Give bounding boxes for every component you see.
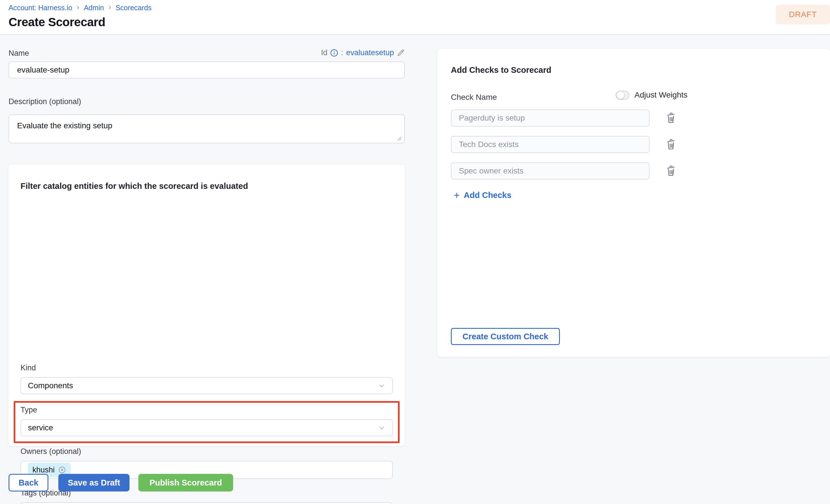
tags-input[interactable]: spotify data — [21, 502, 393, 504]
adjust-weights-control: Adjust Weights — [616, 91, 688, 100]
chevron-down-icon — [378, 382, 385, 390]
info-icon[interactable] — [330, 49, 338, 57]
edit-pencil-icon[interactable] — [397, 49, 405, 57]
remove-tag-icon[interactable] — [58, 466, 66, 474]
save-as-draft-button[interactable]: Save as Draft — [58, 474, 129, 492]
create-scorecard-page: Account: Harness.io › Admin › Scorecards… — [0, 0, 830, 504]
breadcrumb-scorecards-link[interactable]: Scorecards — [116, 4, 152, 12]
description-textarea[interactable]: Evaluate the existing setup — [8, 114, 405, 143]
filter-heading: Filter catalog entities for which the sc… — [21, 181, 248, 191]
page-header: Account: Harness.io › Admin › Scorecards… — [0, 0, 830, 35]
add-checks-panel: Add Checks to Scorecard Check Name Adjus… — [438, 49, 830, 357]
name-label: Name — [8, 49, 29, 58]
resize-handle-icon[interactable] — [396, 135, 402, 141]
id-separator: : — [341, 48, 343, 57]
id-row: Id : evaluatesetup — [313, 48, 405, 57]
checks-panel-heading: Add Checks to Scorecard — [451, 65, 551, 75]
id-label: Id — [321, 48, 328, 57]
chevron-down-icon — [378, 424, 385, 432]
toggle-knob — [616, 91, 625, 99]
description-value: Evaluate the existing setup — [17, 121, 113, 130]
status-badge: DRAFT — [776, 5, 830, 25]
kind-value: Components — [28, 381, 73, 390]
create-custom-check-button[interactable]: Create Custom Check — [451, 328, 560, 345]
check-input[interactable]: Spec owner exists — [451, 162, 649, 179]
breadcrumb-admin-link[interactable]: Admin — [84, 4, 104, 12]
type-value: service — [28, 423, 53, 432]
delete-check-icon[interactable] — [665, 138, 677, 151]
publish-scorecard-button[interactable]: Publish Scorecard — [138, 474, 233, 492]
check-input-value: Tech Docs exists — [459, 140, 519, 149]
type-dropdown[interactable]: service — [21, 419, 393, 436]
kind-dropdown[interactable]: Components — [21, 377, 393, 394]
check-name-column-label: Check Name — [451, 93, 497, 102]
check-input-value: Pagerduty is setup — [459, 113, 525, 123]
check-input[interactable]: Tech Docs exists — [451, 136, 649, 153]
chevron-right-icon: › — [77, 3, 79, 12]
filter-entities-card: Filter catalog entities for which the sc… — [8, 164, 405, 446]
delete-check-icon[interactable] — [665, 165, 677, 177]
name-input[interactable]: evaluate-setup — [8, 61, 405, 78]
id-value[interactable]: evaluatesetup — [346, 48, 394, 57]
kind-label: Kind — [21, 364, 36, 372]
name-input-value: evaluate-setup — [17, 65, 69, 74]
check-input-value: Spec owner exists — [459, 166, 523, 175]
description-label: Description (optional) — [8, 97, 81, 106]
delete-check-icon[interactable] — [665, 112, 677, 124]
breadcrumb: Account: Harness.io › Admin › Scorecards — [8, 3, 152, 12]
add-checks-link[interactable]: + Add Checks — [454, 191, 511, 200]
adjust-weights-label: Adjust Weights — [634, 91, 688, 100]
owner-tag-label: khushi — [32, 466, 55, 474]
page-title: Create Scorecard — [8, 15, 105, 29]
adjust-weights-toggle[interactable] — [616, 91, 629, 100]
chevron-right-icon: › — [108, 3, 111, 12]
type-label: Type — [21, 406, 37, 414]
back-button[interactable]: Back — [8, 474, 49, 492]
owners-label: Owners (optional) — [21, 447, 81, 456]
plus-icon: + — [454, 191, 460, 200]
add-checks-label: Add Checks — [464, 191, 511, 200]
breadcrumb-account-link[interactable]: Account: Harness.io — [8, 4, 72, 12]
check-input[interactable]: Pagerduty is setup — [451, 109, 649, 127]
